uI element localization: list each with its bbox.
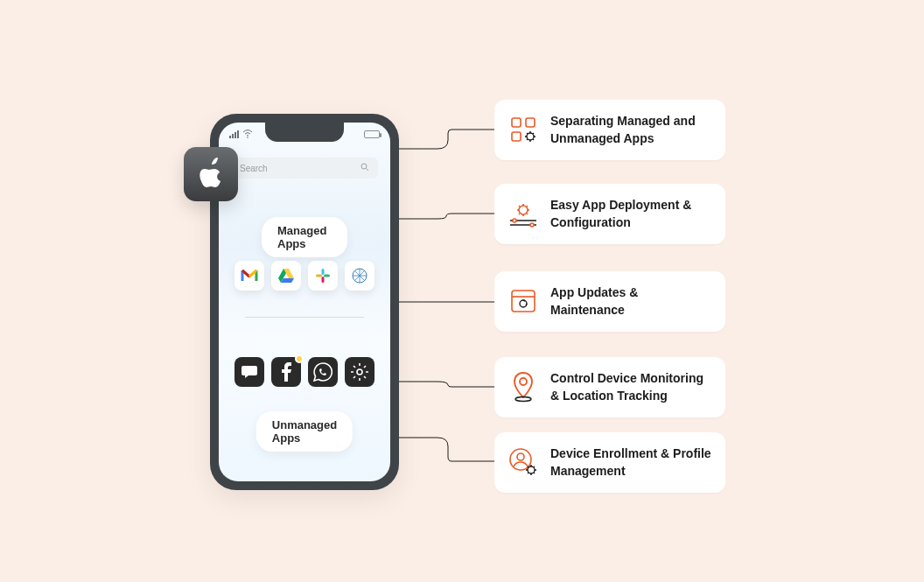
status-bar	[219, 128, 390, 140]
slack-icon	[308, 261, 338, 291]
app-divider	[245, 317, 364, 318]
feature-card-separating: Separating Managed and Unmanaged Apps	[494, 100, 725, 160]
svg-point-1	[361, 164, 367, 169]
svg-rect-6	[324, 275, 330, 277]
svg-rect-11	[512, 132, 521, 141]
svg-rect-4	[316, 275, 322, 277]
gdrive-icon	[271, 261, 301, 291]
svg-point-12	[527, 133, 534, 140]
svg-point-8	[357, 369, 362, 375]
search-bar: Search	[231, 158, 378, 179]
svg-point-15	[530, 223, 534, 227]
managed-apps-row	[219, 261, 390, 291]
unmanaged-apps-label: Unmanaged Apps	[272, 418, 337, 445]
settings-icon	[345, 357, 374, 387]
svg-point-23	[528, 466, 535, 473]
svg-point-18	[520, 300, 527, 307]
diagram-canvas: Search Managed Apps	[0, 0, 924, 582]
managed-apps-label: Managed Apps	[277, 224, 326, 250]
svg-point-0	[247, 137, 248, 138]
feature-label: Easy App Deployment & Configuration	[550, 196, 711, 232]
wifi-icon	[242, 126, 253, 142]
signal-icon	[229, 130, 239, 138]
messages-icon	[234, 357, 264, 387]
search-icon	[360, 163, 369, 173]
managed-apps-label-pill: Managed Apps	[262, 217, 347, 257]
battery-icon	[364, 130, 380, 138]
location-icon	[508, 372, 538, 402]
svg-rect-5	[322, 277, 325, 283]
feature-label: App Updates & Maintenance	[550, 284, 711, 319]
apple-icon	[197, 158, 225, 191]
svg-point-13	[519, 206, 528, 214]
connectors	[0, 0, 924, 582]
apple-badge	[184, 147, 238, 201]
svg-point-19	[520, 378, 527, 385]
svg-rect-3	[322, 269, 325, 275]
whatsapp-icon	[308, 357, 338, 387]
svg-rect-9	[512, 118, 521, 127]
profile-icon	[508, 447, 538, 477]
feature-card-deployment: Easy App Deployment & Configuration	[494, 184, 725, 244]
gmail-icon	[234, 261, 264, 291]
deploy-gear-icon	[508, 199, 538, 228]
notification-badge	[295, 354, 304, 363]
svg-rect-16	[512, 291, 535, 312]
feature-card-updates: App Updates & Maintenance	[494, 271, 725, 332]
feature-label: Control Device Monitoring & Location Tra…	[550, 369, 711, 405]
phone-screen: Search Managed Apps	[219, 123, 390, 481]
svg-point-22	[517, 453, 524, 460]
svg-line-2	[367, 169, 369, 172]
svg-rect-10	[526, 118, 535, 127]
feature-label: Device Enrollment & Profile Management	[550, 445, 711, 480]
feature-card-location: Control Device Monitoring & Location Tra…	[494, 357, 725, 417]
unmanaged-apps-row	[219, 357, 390, 387]
unmanaged-apps-label-pill: Unmanaged Apps	[256, 411, 353, 452]
phone-frame: Search Managed Apps	[210, 114, 399, 490]
teams-icon	[345, 261, 374, 291]
feature-card-profile: Device Enrollment & Profile Management	[494, 432, 725, 493]
search-placeholder: Search	[240, 164, 268, 173]
apps-gear-icon	[508, 115, 538, 144]
updates-icon	[508, 286, 538, 316]
svg-point-14	[513, 219, 516, 222]
facebook-icon	[271, 357, 301, 387]
feature-label: Separating Managed and Unmanaged Apps	[550, 112, 711, 148]
